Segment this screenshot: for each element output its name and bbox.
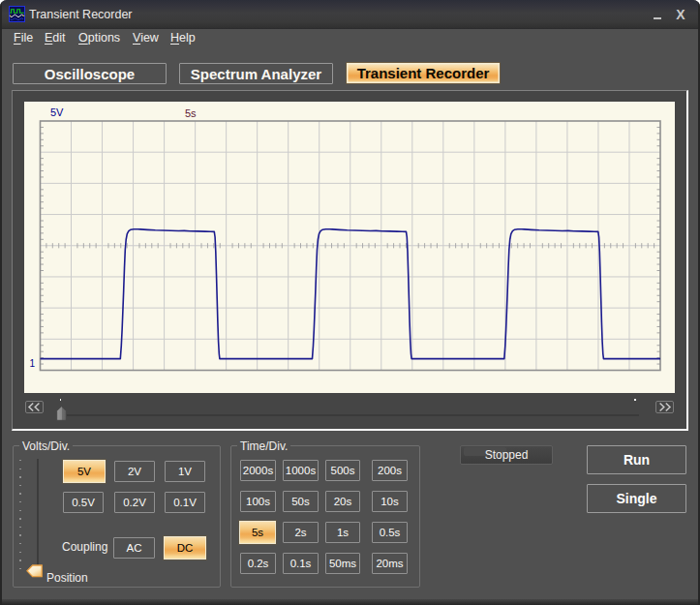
svg-text:5V: 5V [50, 106, 64, 118]
svg-text:5s: 5s [185, 107, 197, 119]
svg-text:1: 1 [30, 358, 36, 369]
